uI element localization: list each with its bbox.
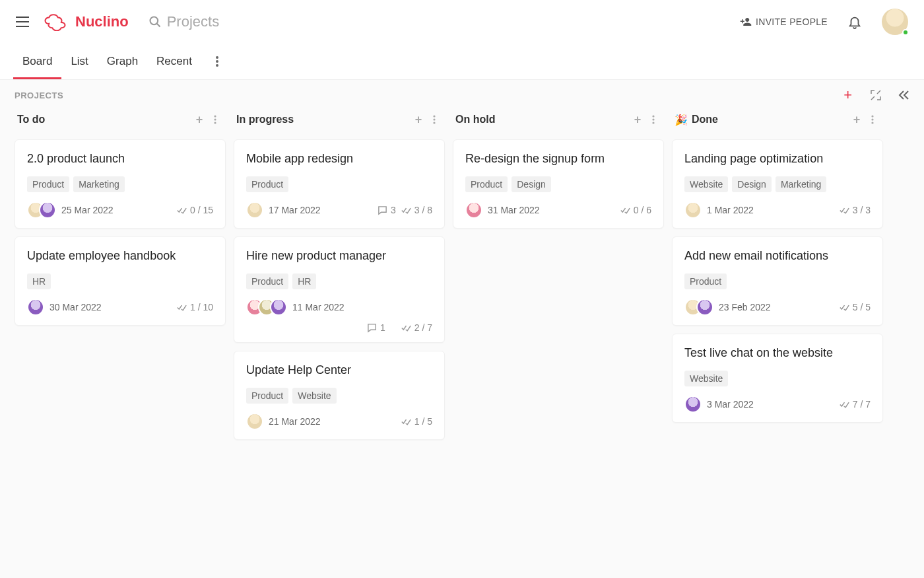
card-title: 2.0 product launch [27,152,213,166]
user-avatar[interactable] [882,9,908,35]
card-date: 17 Mar 2022 [269,205,321,215]
person-add-icon [740,16,752,28]
card-date: 31 Mar 2022 [488,205,540,215]
column-more-icon[interactable] [207,112,223,127]
tag: Website [292,388,336,404]
card-meta-row2: 1 2 / 7 [246,322,432,333]
card-date: 1 Mar 2022 [707,205,754,215]
columns: To do + 2.0 product launch ProductMarket… [15,108,909,448]
fit-icon[interactable] [870,89,882,101]
card-title: Update employee handbook [27,249,213,263]
view-tabs: Board List Graph Recent [0,44,924,79]
svg-point-2 [216,56,218,59]
avatar [246,413,263,430]
tab-board[interactable]: Board [22,44,52,79]
board-header: PROJECTS + [15,89,909,101]
svg-point-9 [433,118,435,120]
card-avatars [27,299,44,316]
svg-point-14 [871,115,873,117]
avatar [684,396,702,413]
card-tasks: 1 / 5 [401,416,432,427]
comment-icon [378,205,387,215]
svg-point-15 [871,118,873,120]
board: PROJECTS + To do + [0,79,924,578]
card-tags: Product [684,273,871,289]
card[interactable]: 2.0 product launch ProductMarketing 25 M… [15,139,226,229]
tag: Product [27,176,69,192]
card-avatars [684,299,713,316]
column: To do + 2.0 product launch ProductMarket… [15,108,226,448]
column-title: Done [692,114,718,126]
card[interactable]: Test live chat on the website Website 3 … [672,334,883,423]
card-meta: 25 Mar 2022 0 / 15 [27,201,213,219]
invite-button[interactable]: INVITE PEOPLE [740,16,828,28]
avatar [27,299,44,316]
card-meta: 23 Feb 2022 5 / 5 [684,299,871,316]
tag: HR [292,273,316,289]
tab-recent[interactable]: Recent [156,44,192,79]
card-avatars [465,201,482,219]
checklist-icon [401,205,411,215]
column: 🎉 Done + Landing page optimization Websi… [672,108,883,448]
card-meta: 30 Mar 2022 1 / 10 [27,299,213,316]
card[interactable]: Add new email notifications Product 23 F… [672,236,883,326]
column-more-icon[interactable] [645,112,661,127]
tab-graph[interactable]: Graph [107,44,138,79]
svg-point-4 [216,64,218,67]
svg-point-8 [433,115,435,117]
add-card-icon[interactable]: + [411,112,426,127]
add-card-icon[interactable]: + [191,112,207,127]
checklist-icon [620,205,630,215]
menu-icon[interactable] [16,14,32,30]
column-more-icon[interactable] [865,112,880,127]
card[interactable]: Landing page optimization WebsiteDesignM… [672,139,883,229]
more-tabs-icon[interactable] [211,56,224,67]
card-comments: 1 [367,322,385,333]
card-avatars [246,299,287,316]
tag: Product [246,176,288,192]
avatar [696,299,713,316]
card[interactable]: Mobile app redesign Product 17 Mar 2022 … [234,139,445,229]
svg-point-0 [150,17,158,25]
card-avatars [684,201,702,219]
search-icon[interactable] [148,15,162,28]
card[interactable]: Hire new product manager ProductHR 11 Ma… [234,236,445,343]
card-tasks: 5 / 5 [840,302,871,312]
column-header: In progress + [234,108,445,139]
column-more-icon[interactable] [426,112,442,127]
tag: HR [27,273,51,289]
avatar [39,201,56,219]
collapse-icon[interactable] [898,89,909,101]
column-title: To do [17,114,45,126]
board-actions: + [842,89,909,101]
card-date: 3 Mar 2022 [707,399,754,410]
tag: Design [732,176,772,192]
card[interactable]: Update employee handbook HR 30 Mar 2022 … [15,236,226,326]
add-button-icon[interactable]: + [842,89,854,101]
avatar [246,201,263,219]
column: On hold + Re-design the signup form Prod… [453,108,664,448]
checklist-icon [177,205,187,215]
svg-point-13 [652,122,654,124]
logo[interactable]: Nuclino [44,13,129,31]
svg-point-12 [652,118,654,120]
add-card-icon[interactable]: + [630,112,645,127]
card-title: Add new email notifications [684,249,871,263]
svg-point-5 [214,115,216,117]
bell-icon[interactable] [847,15,862,29]
card-tags: ProductHR [246,273,432,289]
search-input[interactable] [167,13,299,30]
tag: Website [684,176,728,192]
card[interactable]: Update Help Center ProductWebsite 21 Mar… [234,351,445,440]
card[interactable]: Re-design the signup form ProductDesign … [453,139,664,229]
tab-list[interactable]: List [71,44,88,79]
card-tags: Website [684,371,871,386]
card-tags: ProductMarketing [27,176,213,192]
tag: Website [684,371,728,386]
card-tasks: 0 / 6 [620,205,651,215]
card-tasks: 1 / 10 [177,302,213,312]
topbar: Nuclino INVITE PEOPLE [0,0,924,44]
add-card-icon[interactable]: + [849,112,865,127]
column-header: 🎉 Done + [672,108,883,139]
checklist-icon [840,400,849,410]
